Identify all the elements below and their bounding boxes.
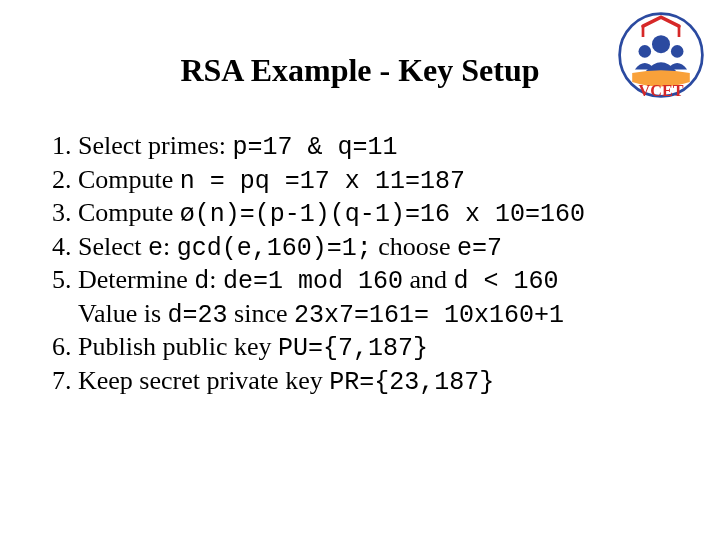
step-text: Keep secret private key (78, 366, 329, 395)
steps-list: Select primes: p=17 & q=11 Compute n = p… (36, 130, 690, 398)
step-code: 23x7=161= 10x160+1 (294, 301, 564, 330)
step-code: de=1 mod 160 (223, 267, 403, 296)
step-text: Determine (78, 265, 194, 294)
step-code: gcd(e,160)=1; (177, 234, 372, 263)
step-text: Select (78, 232, 148, 261)
slide-title: RSA Example - Key Setup (0, 52, 720, 89)
svg-point-3 (652, 35, 670, 53)
slide: VCET RSA Example - Key Setup Select prim… (0, 0, 720, 540)
step-text: since (228, 299, 294, 328)
step-1: Select primes: p=17 & q=11 (78, 130, 690, 164)
step-text: : (163, 232, 177, 261)
step-text: Value is (78, 299, 168, 328)
step-code: p=17 & q=11 (233, 133, 398, 162)
step-5: Determine d: de=1 mod 160 and d < 160 Va… (78, 264, 690, 331)
step-7: Keep secret private key PR={23,187} (78, 365, 690, 399)
slide-content: Select primes: p=17 & q=11 Compute n = p… (36, 130, 690, 398)
step-code: n = pq =17 x 11=187 (180, 167, 465, 196)
step-2: Compute n = pq =17 x 11=187 (78, 164, 690, 198)
step-code: e=7 (457, 234, 502, 263)
step-4: Select e: gcd(e,160)=1; choose e=7 (78, 231, 690, 265)
step-code: d (194, 267, 209, 296)
step-code: e (148, 234, 163, 263)
step-code: PR={23,187} (329, 368, 494, 397)
step-3: Compute ø(n)=(p-1)(q-1)=16 x 10=160 (78, 197, 690, 231)
step-text: Select primes: (78, 131, 233, 160)
step-code: d=23 (168, 301, 228, 330)
step-text: Publish public key (78, 332, 278, 361)
step-text: and (403, 265, 454, 294)
step-6: Publish public key PU={7,187} (78, 331, 690, 365)
step-5-line2: Value is d=23 since 23x7=161= 10x160+1 (78, 298, 690, 332)
step-code: PU={7,187} (278, 334, 428, 363)
step-code: d < 160 (454, 267, 559, 296)
step-text: : (209, 265, 223, 294)
step-text: Compute (78, 165, 180, 194)
step-code: ø(n)=(p-1)(q-1)=16 x 10=160 (180, 200, 585, 229)
step-text: choose (372, 232, 457, 261)
step-text: Compute (78, 198, 180, 227)
